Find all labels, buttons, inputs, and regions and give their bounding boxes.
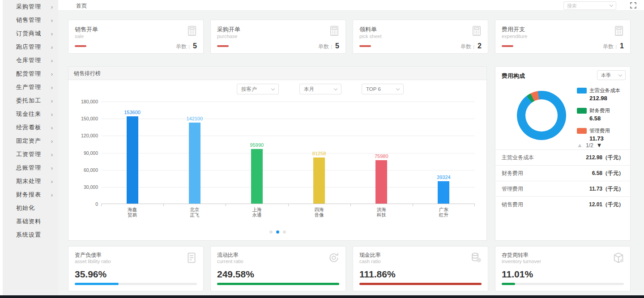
tab-home[interactable]: 首页	[76, 2, 87, 10]
sidebar-item-15[interactable]: 初始化	[3, 201, 58, 215]
search-input[interactable]	[567, 3, 606, 9]
stat-count: 单数：1	[603, 42, 624, 51]
legend-item-0: 主营业务成本212.98	[577, 87, 620, 102]
kpi-progress-fill	[75, 283, 119, 285]
sidebar-item-label: 系统设置	[16, 231, 53, 239]
sidebar-item-9[interactable]: 经营看板›	[3, 121, 58, 134]
search-combobox[interactable]	[563, 1, 616, 10]
sidebar-item-label: 固定资产	[16, 137, 51, 145]
bar-3	[313, 158, 325, 204]
sidebar-item-2[interactable]: 订货商城›	[3, 27, 58, 40]
stat-card-title: 采购开单	[217, 26, 240, 34]
expense-row-value: 12.01（千元）	[589, 201, 624, 209]
document-icon	[185, 251, 198, 266]
box-icon	[612, 251, 625, 266]
kpi-progress-track	[359, 283, 482, 285]
sidebar-item-14[interactable]: 财务报表›	[3, 188, 58, 201]
bar-2	[251, 149, 263, 204]
kpi-cards-row: 资产负债率asset libility ratio35.96%流动比率curre…	[68, 246, 631, 291]
sidebar-item-5[interactable]: 配货管理›	[3, 67, 58, 81]
stat-card-subtitle: pick sheet	[359, 34, 382, 39]
sidebar-item-10[interactable]: 固定资产›	[3, 134, 58, 148]
kpi-title: 流动比率	[217, 251, 239, 259]
sidebar-item-label: 初始化	[16, 204, 53, 212]
sidebar-item-13[interactable]: 期末处理›	[3, 175, 58, 188]
sidebar-item-11[interactable]: 工资管理›	[3, 148, 58, 161]
stat-card-subtitle: sale	[75, 34, 84, 39]
carousel-dot-0[interactable]	[269, 230, 273, 234]
sidebar-item-16[interactable]: 基础资料	[3, 215, 58, 228]
stat-count: 单数：2	[461, 42, 482, 51]
stat-card-subtitle: purchase	[217, 34, 237, 39]
stat-count-value: 1	[620, 42, 624, 50]
expense-row-label: 财务费用	[502, 170, 592, 177]
bar-value-label: 153600	[115, 110, 150, 115]
bar-value-label: 95990	[239, 142, 275, 148]
bar-5	[438, 181, 449, 204]
stat-count-value: 5	[193, 42, 197, 50]
expense-row-0: 主营业务成本212.98（千元）	[495, 149, 630, 165]
kpi-value: 11.01%	[502, 269, 533, 280]
chevron-right-icon: ›	[51, 17, 53, 24]
stat-accent-dash	[359, 45, 371, 47]
y-axis-label: 90,000	[70, 150, 98, 156]
kpi-progress-track	[75, 283, 197, 285]
bar-value-label: 81258	[301, 151, 337, 156]
kpi-subtitle: current ratio	[217, 259, 243, 264]
chevron-right-icon: ›	[51, 57, 53, 64]
sidebar-item-label: 订货商城	[16, 30, 51, 38]
chevron-right-icon: ›	[51, 98, 53, 104]
sidebar-item-17[interactable]: 系统设置	[3, 228, 58, 242]
sidebar-item-7[interactable]: 委托加工›	[3, 94, 58, 107]
stat-count-label: 单数：	[318, 43, 334, 50]
kpi-title: 现金比率	[359, 251, 381, 259]
sidebar-item-8[interactable]: 现金往来›	[3, 107, 58, 121]
stat-accent-dash	[217, 45, 229, 47]
gridline	[101, 119, 475, 119]
legend-pager: ▲ 1/2 ▼	[577, 142, 602, 149]
sidebar-item-3[interactable]: 跑店管理›	[3, 40, 58, 54]
legend-item-1: 财务费用6.58	[577, 107, 620, 122]
axis-tick	[288, 204, 289, 206]
expense-row-value: 6.58（千元）	[592, 170, 624, 177]
kpi-progress-track	[502, 283, 624, 285]
expense-row-label: 销售费用	[502, 201, 589, 209]
sidebar-item-6[interactable]: 生产管理›	[3, 81, 58, 94]
stat-cards-row: 销售开单sale单数：5采购开单purchase单数：5领料单pick shee…	[68, 20, 631, 54]
chevron-right-icon: ›	[51, 71, 53, 77]
sidebar-item-label: 生产管理	[16, 83, 51, 91]
pager-down-icon[interactable]: ▼	[597, 142, 602, 149]
y-axis-label: 0	[70, 201, 98, 207]
dashboard-content: 销售开单sale单数：5采购开单purchase单数：5领料单pick shee…	[58, 11, 644, 295]
donut-legend: 主营业务成本212.98财务费用6.58管理费用11.73	[577, 87, 620, 148]
kpi-title: 资产负债率	[75, 251, 102, 259]
sidebar: 采购管理›销售管理›订货商城›跑店管理›仓库管理›配货管理›生产管理›委托加工›…	[3, 0, 58, 295]
legend-label: 管理费用	[589, 128, 610, 134]
stat-card-subtitle: expenditure	[502, 34, 528, 39]
y-axis-label: 150,000	[70, 116, 98, 121]
bar-value-label: 39324	[426, 175, 461, 180]
stat-card-3: 费用开支expenditure单数：1	[495, 20, 631, 54]
legend-label: 财务费用	[589, 107, 610, 114]
fullscreen-button[interactable]	[630, 2, 637, 9]
expense-row-2: 管理费用11.73（千元）	[495, 181, 630, 196]
stat-count: 单数：5	[176, 42, 197, 51]
pager-up-icon[interactable]: ▲	[577, 142, 583, 149]
axis-tick	[350, 204, 351, 206]
sidebar-item-0[interactable]: 采购管理›	[3, 0, 58, 13]
sidebar-item-4[interactable]: 仓库管理›	[3, 54, 58, 67]
y-axis-label: 30,000	[70, 184, 98, 190]
period-select[interactable]: 本季	[597, 70, 626, 80]
carousel-dot-2[interactable]	[283, 230, 286, 234]
sidebar-item-label: 委托加工	[16, 97, 51, 105]
sidebar-item-1[interactable]: 销售管理›	[3, 13, 58, 27]
category-label: 海鑫贸易	[117, 207, 148, 217]
kpi-value: 249.58%	[217, 269, 254, 280]
y-axis-label: 180,000	[70, 99, 98, 104]
carousel-dot-1[interactable]	[276, 230, 279, 234]
sidebar-item-12[interactable]: 总账管理›	[3, 161, 58, 175]
kpi-subtitle: asset libility ratio	[75, 259, 111, 264]
chevron-right-icon: ›	[51, 124, 53, 131]
stat-count: 单数：5	[318, 42, 339, 51]
category-label: 上海永通	[241, 207, 273, 217]
